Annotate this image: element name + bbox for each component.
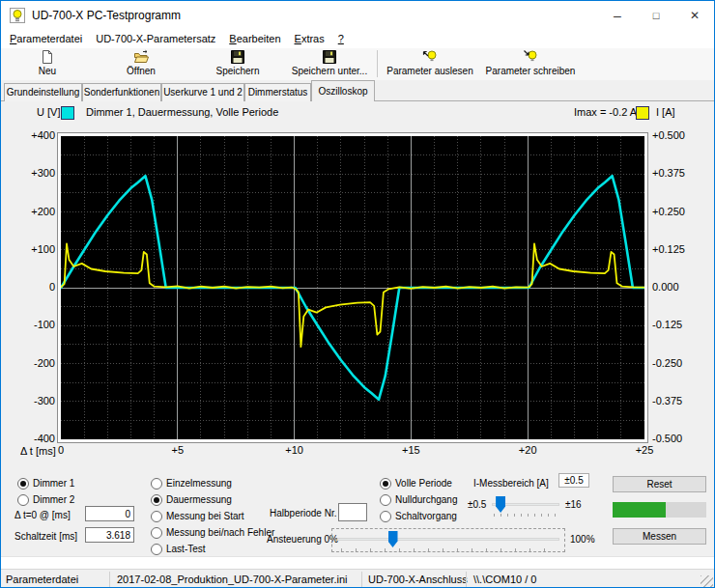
radio-icon [151, 511, 162, 522]
y-left-tick-label: -200 [22, 357, 55, 369]
radio-dimmer-1[interactable]: Dimmer 1 [17, 477, 74, 490]
halbperiode-label: Halbperiode Nr. [270, 508, 336, 518]
radio-dauermessung[interactable]: Dauermessung [151, 493, 232, 506]
radio-icon [380, 511, 391, 522]
radio-label: Dimmer 2 [33, 494, 74, 505]
status-separator [466, 572, 467, 587]
menu-label: xtras [301, 33, 325, 44]
t0-input[interactable] [85, 506, 134, 521]
save-button[interactable]: Speichern [191, 48, 284, 80]
menu-help[interactable]: ? [331, 30, 351, 48]
radio-label: Messung bei Start [166, 511, 244, 521]
y-right-tick-label: +0.250 [652, 206, 685, 217]
progress-fill [613, 502, 666, 518]
open-button[interactable]: Öffnen [91, 48, 191, 80]
tab-sonderfunktionen[interactable]: Sonderfunktionen [82, 83, 161, 101]
slider-thumb[interactable] [496, 496, 505, 513]
write-parameters-icon [523, 49, 538, 65]
maximize-button[interactable]: □ [637, 1, 675, 30]
radio-icon [151, 478, 162, 490]
radio-label: Einzelmessung [166, 478, 232, 489]
toolbar-label: Neu [39, 66, 56, 76]
save-as-button[interactable]: Speichern unter... [284, 48, 375, 80]
slider-tickmarks [341, 548, 557, 551]
new-document-icon [40, 49, 55, 65]
radio-label: Volle Periode [395, 478, 452, 489]
close-button[interactable]: ✕ [675, 1, 714, 30]
slider-thumb[interactable] [388, 531, 398, 547]
ansteuerung-slider[interactable] [337, 531, 559, 548]
imax-readout: Imax = -0.2 A [574, 106, 637, 118]
menu-parameterdatei[interactable]: Parameterdatei [3, 30, 89, 48]
status-parameterdatei-label: Parameterdatei [6, 570, 78, 588]
y-left-tick-label: -100 [22, 319, 55, 330]
x-tick-label: +20 [519, 444, 537, 456]
y-left-tick-label: +100 [22, 243, 55, 255]
menu-accel: B [229, 33, 236, 44]
radio-nulldurchgang[interactable]: Nulldurchgang [380, 493, 458, 506]
reset-button[interactable]: Reset [613, 476, 706, 492]
tab-oszilloskop[interactable]: Oszilloskop [311, 80, 375, 101]
u-axis-legend-label: U [V] [37, 106, 60, 118]
radio-label: Messung bei/nach Fehler [166, 527, 274, 538]
menu-extras[interactable]: Extras [288, 30, 331, 48]
halbperiode-input[interactable] [338, 503, 367, 521]
write-parameters-button[interactable]: Parameter schreiben [480, 48, 581, 80]
radio-volle-periode[interactable]: Volle Periode [380, 477, 452, 490]
toolbar-separator [377, 50, 378, 77]
resize-grip[interactable] [701, 575, 713, 588]
messbereich-slider[interactable] [492, 496, 559, 514]
new-button[interactable]: Neu [4, 48, 91, 80]
progress-bar [613, 502, 706, 518]
menu-parametersatz[interactable]: UD-700-X-Parametersatz [89, 30, 222, 48]
status-com-port: \\.\COM10 / 0 [473, 570, 536, 588]
menu-label: arameterdatei [16, 33, 82, 44]
radio-icon [151, 544, 162, 555]
y-left-tick-label: 0 [22, 281, 55, 293]
title-bar: UD-700-X PC-Testprogramm – □ ✕ [1, 1, 714, 30]
tab-userkurve[interactable]: Userkurve 1 und 2 [161, 83, 244, 101]
radio-icon [380, 478, 391, 490]
x-axis-title: Δ t [ms] [20, 445, 56, 457]
schaltzeit-label: Schaltzeit [ms] [14, 531, 77, 542]
y-right-tick-label: -0.500 [652, 433, 682, 444]
window-title: UD-700-X PC-Testprogramm [32, 1, 181, 30]
messen-button[interactable]: Messen [613, 528, 706, 545]
radio-schaltvorgang[interactable]: Schaltvorgang [380, 510, 457, 522]
save-as-icon [322, 49, 337, 65]
messbereich-min-label: ±0.5 [468, 499, 486, 510]
status-parameter-file: 2017-02-08_Produktion_UD-700-X-Parameter… [117, 570, 347, 588]
y-right-tick-label: -0.250 [652, 357, 682, 369]
tab-grundeinstellung[interactable]: Grundeinstellung [4, 83, 82, 101]
tab-dimmerstatus[interactable]: Dimmerstatus [244, 83, 311, 101]
schaltzeit-input[interactable] [85, 527, 134, 543]
radio-label: Last-Test [166, 544, 206, 554]
y-right-tick-label: +0.500 [652, 129, 685, 141]
read-parameters-button[interactable]: Parameter auslesen [380, 48, 480, 80]
status-separator [109, 572, 110, 587]
status-anschluss-label: UD-700-X-Anschluss [368, 570, 468, 588]
current-color-swatch [636, 106, 649, 120]
radio-last-test[interactable]: Last-Test [151, 543, 206, 555]
minimize-button[interactable]: – [598, 1, 637, 30]
bottom-band [1, 556, 714, 569]
radio-messung-bei-start[interactable]: Messung bei Start [151, 510, 244, 522]
radio-label: Dauermessung [166, 494, 232, 505]
menu-bearbeiten[interactable]: Bearbeiten [222, 30, 287, 48]
radio-icon [380, 494, 391, 506]
messbereich-max-label: ±16 [565, 499, 582, 510]
menu-accel: E [295, 33, 301, 44]
toolbar-label: Öffnen [127, 66, 156, 76]
toolbar: Neu Öffnen Speichern Speichern unter... … [1, 48, 714, 80]
radio-icon [151, 527, 162, 539]
toolbar-label: Speichern unter... [292, 66, 367, 76]
voltage-color-swatch [61, 106, 74, 120]
radio-messung-bei-fehler[interactable]: Messung bei/nach Fehler [151, 526, 274, 539]
app-window: UD-700-X PC-Testprogramm – □ ✕ Parameter… [0, 0, 715, 588]
caption-buttons: – □ ✕ [598, 1, 714, 30]
tab-strip: Grundeinstellung Sonderfunktionen Userku… [1, 80, 714, 101]
radio-einzelmessung[interactable]: Einzelmessung [151, 477, 232, 490]
radio-dimmer-2[interactable]: Dimmer 2 [17, 493, 74, 506]
slider-track[interactable] [337, 538, 559, 541]
menu-accel: ? [338, 33, 344, 44]
